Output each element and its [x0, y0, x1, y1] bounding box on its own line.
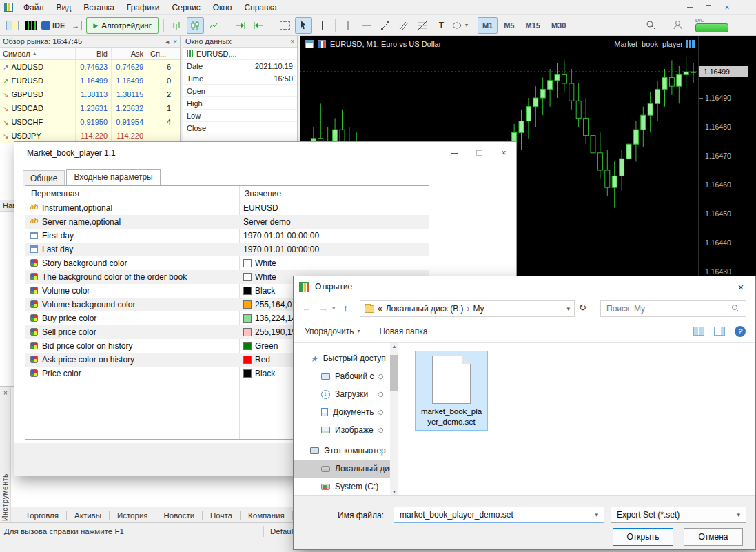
- breadcrumb-drive[interactable]: Локальный диск (B:): [386, 304, 464, 314]
- open-dialog-title-bar[interactable]: Открытие ×: [294, 276, 755, 297]
- shapes-button[interactable]: ▾: [451, 17, 469, 34]
- trade-levels-widget[interactable]: LVL: [695, 18, 728, 32]
- toolbox-tab[interactable]: Торговля: [18, 507, 66, 524]
- param-row[interactable]: abServer name,optionalServer demo: [25, 215, 429, 229]
- auto-scroll-button[interactable]: [250, 17, 267, 34]
- chevron-down-icon[interactable]: ▾: [737, 511, 740, 518]
- file-item-selected[interactable]: market_book_player_demo.set: [415, 351, 488, 431]
- open-dialog-close-icon[interactable]: ×: [726, 276, 755, 297]
- toolbox-tab[interactable]: Почта: [203, 507, 240, 524]
- market-watch-row[interactable]: ↗AUDUSD0.746230.746296: [0, 60, 180, 74]
- column-header[interactable]: Ask: [112, 48, 147, 59]
- scroll-up-icon[interactable]: ▲: [390, 344, 398, 349]
- ide-button[interactable]: IDE: [41, 17, 65, 34]
- market-watch-row[interactable]: ↘GBPUSD1.381131.381152: [0, 88, 180, 101]
- param-value[interactable]: Black: [243, 369, 275, 378]
- timeframe-m30[interactable]: M30: [546, 17, 571, 34]
- new-folder-button[interactable]: Новая папка: [379, 327, 427, 336]
- filename-combobox[interactable]: market_book_player_demo.set ▾: [394, 507, 604, 523]
- collapse-left-icon[interactable]: ◂: [165, 38, 169, 45]
- market-watch-row[interactable]: ↘USDJPY114.220114.220: [0, 129, 180, 143]
- algo-trading-button[interactable]: ▶Алготрейдинг: [86, 17, 159, 34]
- horizontal-line-button[interactable]: [358, 17, 376, 34]
- market-watch-row[interactable]: ↘USDCHF0.919500.919544: [0, 115, 180, 129]
- menu-item[interactable]: Сервис: [166, 0, 207, 15]
- ea-icon[interactable]: [686, 40, 695, 48]
- channel-button[interactable]: [396, 17, 413, 34]
- preview-pane-icon[interactable]: [714, 327, 725, 336]
- param-value[interactable]: Server demo: [243, 217, 291, 227]
- param-value[interactable]: White: [243, 272, 276, 282]
- candlestick-chart-button[interactable]: [187, 17, 204, 34]
- market-watch-row[interactable]: ↘USDCAD1.236311.236321: [0, 101, 180, 115]
- shift-end-button[interactable]: [232, 17, 249, 34]
- toolbox-tab[interactable]: Компания: [241, 507, 292, 524]
- new-chart-button[interactable]: [22, 17, 39, 34]
- param-value[interactable]: 1970.01.01 00:00:00: [243, 231, 319, 241]
- scrollbar-thumb[interactable]: [390, 355, 398, 391]
- file-list[interactable]: market_book_player_demo.set: [398, 343, 755, 495]
- line-chart-button[interactable]: [205, 17, 223, 34]
- breadcrumb-folder[interactable]: My: [473, 304, 484, 314]
- depth-of-market-button[interactable]: [276, 17, 294, 34]
- param-value[interactable]: White: [243, 258, 276, 268]
- param-value[interactable]: Black: [243, 286, 275, 296]
- chevron-down-icon[interactable]: ▾: [595, 511, 598, 518]
- panel-close-icon[interactable]: ×: [290, 38, 294, 45]
- crosshair-button[interactable]: [314, 17, 331, 34]
- column-header[interactable]: Bid: [76, 48, 112, 59]
- refresh-icon[interactable]: ↻: [579, 303, 586, 313]
- param-value[interactable]: EURUSD: [243, 203, 278, 213]
- column-header[interactable]: Сп...: [147, 48, 178, 59]
- toolbox-tab[interactable]: Новости: [156, 507, 203, 524]
- filetype-combobox[interactable]: Expert Set (*.set) ▾: [611, 507, 746, 523]
- forward-icon[interactable]: →: [318, 303, 328, 314]
- window-maximize-icon[interactable]: [704, 3, 713, 12]
- cancel-button[interactable]: Отмена: [684, 528, 743, 546]
- timeframe-m1[interactable]: M1: [478, 17, 498, 34]
- one-click-trading-icon[interactable]: [318, 40, 326, 48]
- param-value[interactable]: 255,164,0: [243, 300, 292, 309]
- dialog-minimize-icon[interactable]: [442, 142, 467, 164]
- vertical-line-button[interactable]: [340, 17, 357, 34]
- param-row[interactable]: First day1970.01.01 00:00:00: [25, 229, 429, 243]
- menu-item[interactable]: Вид: [50, 0, 78, 15]
- menu-item[interactable]: Справка: [238, 0, 283, 15]
- view-mode-icon[interactable]: [693, 327, 704, 336]
- menu-item[interactable]: Окно: [207, 0, 238, 15]
- text-tool-button[interactable]: T: [433, 17, 450, 34]
- tab-common[interactable]: Общие: [23, 170, 65, 187]
- address-bar[interactable]: « Локальный диск (B:) › My ▾: [360, 300, 575, 317]
- market-watch-row[interactable]: ↗EURUSD1.164991.164990: [0, 74, 180, 88]
- menu-item[interactable]: Графики: [121, 0, 166, 15]
- bar-chart-button[interactable]: [168, 17, 185, 34]
- profile-button[interactable]: [669, 17, 686, 34]
- dialog-title-bar[interactable]: Market_book_player 1.1 ×: [14, 142, 516, 164]
- search-box[interactable]: Поиск: My: [600, 300, 746, 317]
- help-icon[interactable]: [735, 326, 746, 337]
- toolbox-close-icon[interactable]: ×: [0, 389, 11, 397]
- timeframe-m5[interactable]: M5: [499, 17, 519, 34]
- sidebar-item-document[interactable]: Документы: [294, 403, 390, 421]
- back-icon[interactable]: ←: [302, 303, 311, 314]
- scroll-down-icon[interactable]: ▼: [390, 489, 398, 494]
- organize-button[interactable]: Упорядочить ▾: [305, 327, 360, 336]
- trendline-button[interactable]: [377, 17, 394, 34]
- panel-close-icon[interactable]: ×: [173, 38, 177, 45]
- sidebar-item-star[interactable]: Быстрый доступ: [294, 349, 390, 367]
- param-value[interactable]: 1970.01.01 00:00:00: [243, 245, 319, 254]
- dialog-close-icon[interactable]: ×: [491, 142, 516, 164]
- timeframe-m15[interactable]: M15: [520, 17, 544, 34]
- toolbox-tab[interactable]: История: [110, 507, 156, 524]
- menu-item[interactable]: Файл: [17, 0, 50, 15]
- fibonacci-button[interactable]: [414, 17, 431, 34]
- address-dropdown-icon[interactable]: ▾: [566, 305, 570, 312]
- depth-of-market-icon[interactable]: [305, 40, 314, 48]
- window-minimize-icon[interactable]: [686, 3, 694, 12]
- sidebar-item-computer[interactable]: Этот компьютер: [294, 442, 390, 460]
- param-row[interactable]: abInstrument,optionalEURUSD: [25, 201, 429, 215]
- sidebar-item-disk-os[interactable]: System (C:): [294, 478, 390, 495]
- window-close-icon[interactable]: ×: [723, 3, 731, 12]
- new-order-button[interactable]: [3, 17, 21, 34]
- column-header[interactable]: Символ▲: [0, 48, 76, 59]
